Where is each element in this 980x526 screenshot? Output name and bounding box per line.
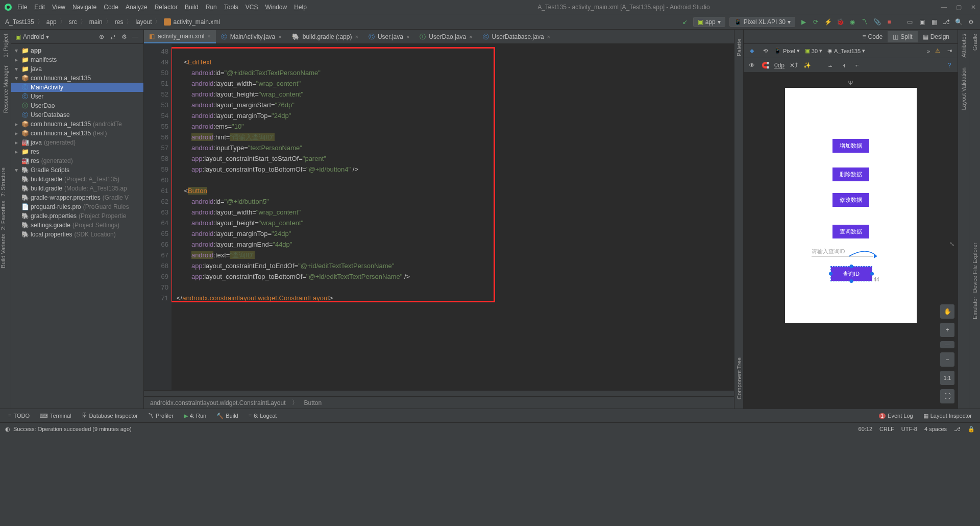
magnet-icon[interactable]: 🧲	[761, 61, 769, 69]
crumb-item[interactable]: res	[115, 18, 124, 26]
tree-node-res-gen[interactable]: 🏭res (generated)	[11, 156, 143, 165]
tab-userdao-java[interactable]: ⒾUserDao.java×	[414, 30, 477, 43]
todo-tool-button[interactable]: ≡TODO	[4, 411, 34, 421]
device-file-explorer-tool-button[interactable]: Device File Explorer	[972, 243, 978, 293]
project-view-dropdown[interactable]: ▣ Android ▾	[15, 33, 49, 40]
close-tab-icon[interactable]: ×	[469, 34, 472, 40]
build-tool-button[interactable]: 🔨Build	[212, 411, 242, 421]
indent-setting[interactable]: 4 spaces	[924, 426, 947, 432]
tree-node-userdatabase[interactable]: ⒸUserDatabase	[11, 110, 143, 119]
caret-position[interactable]: 60:12	[859, 426, 873, 432]
crumb-item[interactable]: A_Test135	[5, 18, 34, 26]
tree-node-package-androidtest[interactable]: ▸📦com.hnucm.a_test135 (androidTe	[11, 119, 143, 129]
warning-icon[interactable]: ⚠	[935, 47, 940, 54]
api-dropdown[interactable]: ▣30▾	[805, 47, 822, 54]
resource-manager-tool-button[interactable]: Resource Manager	[3, 65, 9, 113]
chevron-right-icon[interactable]: »	[927, 48, 930, 54]
design-mode-tab[interactable]: ▦Design	[918, 31, 954, 42]
minimize-button[interactable]: —	[941, 4, 947, 11]
logcat-tool-button[interactable]: ≡6: Logcat	[244, 411, 281, 421]
tree-node-gradle-wrapper[interactable]: 🐘gradle-wrapper.properties (Gradle V	[11, 193, 143, 202]
structure-tool-button[interactable]: 7: Structure	[0, 168, 6, 197]
profile-button[interactable]: 〽	[861, 18, 869, 26]
debug-run-button[interactable]: ⟳	[812, 18, 820, 26]
crumb-item[interactable]: src	[69, 18, 77, 26]
crumb-item[interactable]: activity_main.xml	[173, 18, 219, 26]
menu-code[interactable]: Code	[104, 4, 118, 11]
preview-button-add[interactable]: 增加数据	[832, 139, 869, 153]
zoom-in-button[interactable]: +	[940, 323, 954, 337]
menu-navigate[interactable]: Navigate	[72, 4, 96, 11]
vcs-button[interactable]: ⎇	[942, 18, 950, 26]
tab-mainactivity-java[interactable]: ⒸMainActivity.java×	[216, 30, 287, 43]
help-icon[interactable]: ?	[945, 61, 953, 69]
apply-changes-button[interactable]: ⚡	[824, 18, 832, 26]
menu-help[interactable]: Help	[294, 4, 307, 11]
settings-button[interactable]: ⚙	[967, 18, 975, 26]
surface-select-icon[interactable]: ◆	[748, 47, 756, 55]
editor-scrollbar[interactable]	[144, 390, 734, 396]
crumb-item[interactable]: app	[46, 18, 57, 26]
crumb-item[interactable]: main	[89, 18, 103, 26]
eye-icon[interactable]: 👁	[748, 61, 756, 69]
tree-node-gradle-properties[interactable]: 🐘gradle.properties (Project Propertie	[11, 211, 143, 221]
guideline-icon[interactable]: ⫟	[853, 61, 861, 69]
orientation-icon[interactable]: ⟲	[761, 47, 769, 55]
component-tree-label[interactable]: Component Tree	[734, 357, 743, 399]
layout-validation-tool-button[interactable]: Layout Validation	[961, 67, 967, 110]
stop-button[interactable]: ■	[885, 18, 893, 26]
tree-node-proguard[interactable]: 📄proguard-rules.pro (ProGuard Rules	[11, 202, 143, 211]
menu-refactor[interactable]: Refactor	[155, 4, 178, 11]
code-mode-tab[interactable]: ≡Code	[857, 31, 888, 42]
resource-manager-button[interactable]: ▦	[930, 18, 938, 26]
gradle-tool-button[interactable]: Gradle	[972, 34, 978, 51]
attributes-tool-button[interactable]: Attributes	[961, 34, 967, 57]
event-log-tool-button[interactable]: 1Event Log	[875, 411, 917, 421]
sync-icon[interactable]: ↙	[681, 18, 689, 26]
tree-node-manifests[interactable]: ▸📁manifests	[11, 55, 143, 64]
run-button[interactable]: ▶	[799, 18, 807, 26]
tree-node-java[interactable]: ▾📁java	[11, 64, 143, 74]
clear-constraints-icon[interactable]: ✕⤴	[790, 61, 798, 69]
preview-canvas[interactable]: Ψ 增加数据 删除数据 修改数据 查询数据 请输入查询ID 查询ID	[744, 73, 958, 409]
menu-analyze[interactable]: Analyze	[126, 4, 148, 11]
close-tab-icon[interactable]: ×	[207, 33, 210, 39]
close-tab-icon[interactable]: ×	[406, 34, 409, 40]
line-separator[interactable]: CRLF	[879, 426, 894, 432]
menu-window[interactable]: Window	[265, 4, 287, 11]
terminal-tool-button[interactable]: ⌨Terminal	[36, 411, 76, 421]
tab-userdatabase-java[interactable]: ⒸUserDatabase.java×	[478, 30, 556, 43]
theme-dropdown[interactable]: ◉A_Test135▾	[827, 47, 865, 54]
lock-icon[interactable]: 🔒	[968, 426, 975, 433]
resize-handle-icon[interactable]: ⤡	[949, 241, 954, 248]
tree-node-userdao[interactable]: ⒾUserDao	[11, 101, 143, 110]
default-margin[interactable]: 0dp	[774, 62, 785, 69]
close-tab-icon[interactable]: ×	[355, 34, 358, 40]
close-button[interactable]: ✕	[971, 4, 976, 11]
pan-button[interactable]: ✋	[940, 304, 954, 319]
menu-vcs[interactable]: VCS	[246, 4, 258, 11]
code-area[interactable]: 4849505152535455565758596061626364656667…	[144, 44, 734, 390]
file-encoding[interactable]: UTF-8	[901, 426, 917, 432]
tree-node-java-gen[interactable]: ▸🏭java (generated)	[11, 138, 143, 147]
tree-node-package-test[interactable]: ▸📦com.hnucm.a_test135 (test)	[11, 129, 143, 138]
tree-node-build-gradle-project[interactable]: 🐘build.gradle (Project: A_Test135)	[11, 175, 143, 184]
attach-debugger-button[interactable]: 📎	[873, 18, 881, 26]
project-tool-button[interactable]: 1: Project	[3, 34, 9, 57]
close-tab-icon[interactable]: ×	[278, 34, 281, 40]
zoom-to-fit-button[interactable]: ⛶	[940, 389, 954, 403]
coverage-button[interactable]: ◉	[848, 18, 856, 26]
profiler-tool-button[interactable]: 〽Profiler	[144, 411, 178, 421]
expand-all-button[interactable]: ⇄	[109, 33, 117, 41]
preview-button-queryid[interactable]: 查询ID	[831, 267, 872, 281]
crumb-item[interactable]: layout	[135, 18, 152, 26]
tab-build-gradle[interactable]: 🐘build.gradle (:app)×	[287, 30, 363, 43]
tree-node-app[interactable]: ▾📁app	[11, 46, 143, 55]
close-tab-icon[interactable]: ×	[547, 34, 550, 40]
device-preview[interactable]: 增加数据 删除数据 修改数据 查询数据 请输入查询ID 查询ID	[785, 88, 917, 323]
tree-node-mainactivity[interactable]: ⒸMainActivity	[11, 83, 143, 92]
menu-file[interactable]: File	[17, 4, 27, 11]
tree-node-local-properties[interactable]: 🐘local.properties (SDK Location)	[11, 230, 143, 239]
debug-button[interactable]: 🐞	[836, 18, 844, 26]
infer-constraints-icon[interactable]: ✨	[803, 61, 811, 69]
